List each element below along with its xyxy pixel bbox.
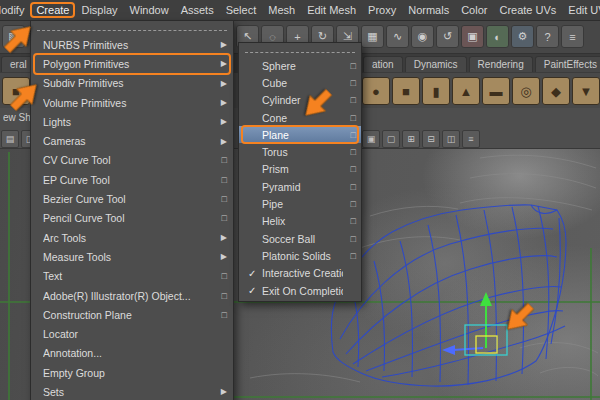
viewport-shaded-icon[interactable]: ⊞ xyxy=(402,130,420,148)
menubar-item[interactable]: Display xyxy=(75,2,123,18)
menubar-item[interactable]: Create xyxy=(30,2,75,18)
menu-item[interactable]: Cameras ▶ xyxy=(31,131,233,150)
shelf-pyramid-icon[interactable]: ▼ xyxy=(572,77,600,105)
menu-item[interactable]: Bezier Curve Tool □ xyxy=(31,189,233,208)
menu-item[interactable]: ✓ Interactive Creation xyxy=(239,265,361,282)
menu-item[interactable]: Helix □ xyxy=(239,213,361,230)
shelf-cylinder-icon[interactable]: ▮ xyxy=(422,77,450,105)
menubar-item[interactable]: Edit UVs xyxy=(562,2,600,18)
construction-history-icon[interactable]: ↺ xyxy=(436,25,459,48)
menu-item[interactable]: Empty Group xyxy=(31,363,233,382)
viewport-wireframe-icon[interactable]: ▢ xyxy=(382,130,400,148)
menu-item[interactable]: Volume Primitives ▶ xyxy=(31,93,233,112)
menu-item[interactable]: Annotation... xyxy=(31,344,233,363)
menubar-item[interactable]: Modify xyxy=(0,2,30,18)
shelf-plane-icon[interactable]: ▬ xyxy=(482,77,510,105)
option-box-icon: □ xyxy=(343,234,356,244)
menu-item[interactable]: Sphere □ xyxy=(239,57,361,74)
render-view-icon[interactable]: ▣ xyxy=(461,25,484,48)
menubar-item[interactable]: Create UVs xyxy=(493,2,562,18)
shelf-tab[interactable]: Dynamics xyxy=(405,56,467,72)
viewport-isolate-icon[interactable]: ≡ xyxy=(462,130,480,148)
menu-item-label: Empty Group xyxy=(43,367,214,379)
menu-item-label: Text xyxy=(43,270,214,282)
panel-menu-fragment[interactable]: ew Sha xyxy=(3,112,30,123)
menu-item-label: Soccer Ball xyxy=(262,233,343,245)
option-box-icon: □ xyxy=(343,113,356,123)
menu-item[interactable]: NURBS Primitives ▶ xyxy=(31,35,233,54)
menu-item[interactable]: CV Curve Tool □ xyxy=(31,151,233,170)
menubar-item[interactable]: Proxy xyxy=(362,2,402,18)
ipr-render-icon[interactable]: ◐ xyxy=(486,25,509,48)
shelf-prism-icon[interactable]: ◆ xyxy=(542,77,570,105)
menu-item-label: Platonic Solids xyxy=(262,250,343,262)
menu-item[interactable]: Locator xyxy=(31,324,233,343)
menu-item[interactable]: Text □ xyxy=(31,267,233,286)
menu-item[interactable]: Torus □ xyxy=(239,143,361,160)
menu-tearoff[interactable] xyxy=(245,47,355,53)
menu-item[interactable]: Soccer Ball □ xyxy=(239,230,361,247)
sliders-icon[interactable]: ≡ xyxy=(561,25,584,48)
viewport-textured-icon[interactable]: ⊟ xyxy=(422,130,440,148)
option-box-icon: □ xyxy=(343,164,356,174)
menu-item[interactable]: Construction Plane □ xyxy=(31,305,233,324)
shelf-tab[interactable]: PaintEffects xyxy=(535,56,600,72)
panel-layout-icon[interactable]: ▤ xyxy=(1,130,19,148)
menu-item[interactable]: Platonic Solids □ xyxy=(239,247,361,264)
menu-item-label: Subdiv Primitives xyxy=(43,77,214,89)
menu-item-label: Pyramid xyxy=(262,181,343,193)
menu-item[interactable]: Lights ▶ xyxy=(31,112,233,131)
menubar-item[interactable]: Color xyxy=(455,2,493,18)
menu-item[interactable]: Prism □ xyxy=(239,161,361,178)
shelf-cube-icon[interactable]: ■ xyxy=(392,77,420,105)
menu-item[interactable]: Pencil Curve Tool □ xyxy=(31,209,233,228)
menubar-item[interactable]: Window xyxy=(124,2,175,18)
menu-item[interactable]: Measure Tools ▶ xyxy=(31,247,233,266)
menu-tearoff[interactable] xyxy=(37,25,227,31)
viewport-camera-icon[interactable]: ▣ xyxy=(362,130,380,148)
polygon-primitives-submenu: Sphere □ Cube □ Cylinder □ Cone xyxy=(238,42,362,302)
menu-item-label: CV Curve Tool xyxy=(43,154,214,166)
option-box-icon: □ xyxy=(214,271,227,281)
wireframe-shoe[interactable] xyxy=(331,205,566,386)
menubar-item[interactable]: Assets xyxy=(175,2,220,18)
menubar-item[interactable]: Mesh xyxy=(262,2,301,18)
shelf-tab[interactable]: ation xyxy=(363,56,403,72)
menu-item[interactable]: Polygon Primitives ▶ xyxy=(31,54,233,73)
menu-item[interactable]: Arc Tools ▶ xyxy=(31,228,233,247)
menu-item[interactable]: Adobe(R) Illustrator(R) Object... □ xyxy=(31,286,233,305)
menu-item-label: Bezier Curve Tool xyxy=(43,193,214,205)
menu-item-label: Measure Tools xyxy=(43,251,214,263)
viewport-lights-icon[interactable]: ◫ xyxy=(442,130,460,148)
menu-item[interactable]: Subdiv Primitives ▶ xyxy=(31,74,233,93)
option-box-icon: □ xyxy=(214,155,227,165)
menu-item[interactable]: ✓ Exit On Completion xyxy=(239,282,361,299)
menubar-item[interactable]: Edit Mesh xyxy=(301,2,362,18)
snap-point-icon[interactable]: ◉ xyxy=(411,25,434,48)
snap-curve-icon[interactable]: ∿ xyxy=(386,25,409,48)
menu-item-label: EP Curve Tool xyxy=(43,174,214,186)
help-icon[interactable]: ? xyxy=(536,25,559,48)
menubar-item[interactable]: Select xyxy=(220,2,263,18)
menu-item[interactable]: Pyramid □ xyxy=(239,178,361,195)
menu-item[interactable]: Sets ▶ xyxy=(31,382,233,400)
shelf-tab[interactable]: Rendering xyxy=(469,56,533,72)
menu-item[interactable]: Plane □ xyxy=(239,126,361,143)
shelf-cone-icon[interactable]: ▲ xyxy=(452,77,480,105)
menu-item-label: Sphere xyxy=(262,60,343,72)
menu-item[interactable]: Cube □ xyxy=(239,74,361,91)
menu-item-label: NURBS Primitives xyxy=(43,39,214,51)
menubar-item[interactable]: Normals xyxy=(402,2,455,18)
menu-item-label: Interactive Creation xyxy=(262,267,343,279)
render-settings-icon[interactable]: ⚙ xyxy=(511,25,534,48)
snap-grid-icon[interactable]: ▦ xyxy=(361,25,384,48)
menu-item[interactable]: Pipe □ xyxy=(239,195,361,212)
shelf-torus-icon[interactable]: ◎ xyxy=(512,77,540,105)
menu-item[interactable]: EP Curve Tool □ xyxy=(31,170,233,189)
submenu-arrow-icon: ▶ xyxy=(214,387,227,396)
menu-item-label: Adobe(R) Illustrator(R) Object... xyxy=(43,290,214,302)
option-box-icon: □ xyxy=(343,147,356,157)
option-box-icon: □ xyxy=(343,130,356,140)
submenu-arrow-icon: ▶ xyxy=(214,252,227,261)
shelf-sphere-icon[interactable]: ● xyxy=(362,77,390,105)
